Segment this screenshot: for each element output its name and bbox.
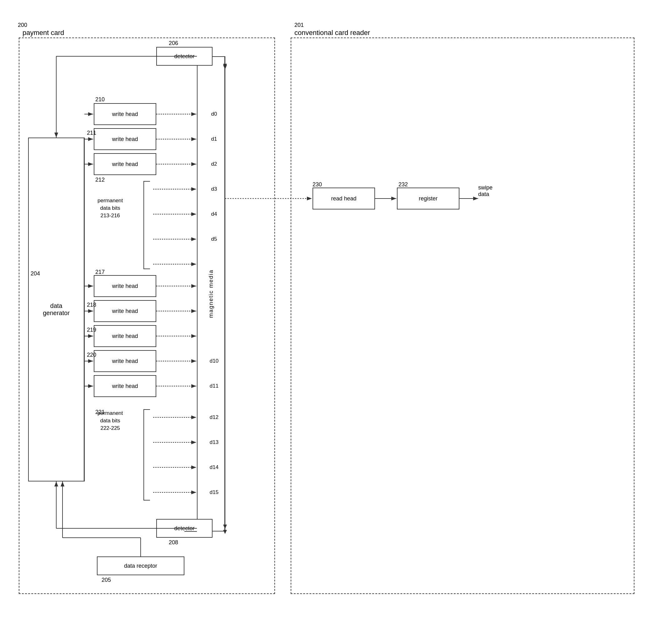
- data-bit-d7: [205, 275, 223, 297]
- read-head-box: read head: [312, 188, 375, 209]
- data-bit-d14: d14: [205, 456, 223, 478]
- ref-200: 200: [18, 22, 27, 28]
- bottom-detector-box: detector: [156, 519, 213, 538]
- write-head-0: write head: [94, 103, 156, 125]
- data-bit-d8: [205, 300, 223, 322]
- write-head-11: write head: [94, 375, 156, 397]
- write-head-2-label: write head: [112, 161, 138, 167]
- diagram-container: payment card 200 conventional card reade…: [13, 19, 650, 631]
- data-receptor-box: data receptor: [97, 556, 184, 575]
- data-receptor-label: data receptor: [124, 563, 157, 569]
- data-bit-d13: d13: [205, 431, 223, 453]
- data-bit-d2: d2: [205, 153, 223, 175]
- write-head-9-label: write head: [112, 333, 138, 340]
- data-bit-d1: d1: [205, 128, 223, 150]
- ref-205: 205: [101, 577, 111, 583]
- ref-219: 219: [87, 327, 96, 333]
- register-label: register: [419, 196, 438, 202]
- data-bit-d11: d11: [205, 375, 223, 397]
- data-bit-d0: d0: [205, 103, 223, 125]
- bottom-detector-label: detector: [174, 525, 194, 532]
- data-bit-d9: [205, 325, 223, 347]
- data-generator-label: data generator: [43, 302, 70, 317]
- ref-206: 206: [169, 40, 178, 47]
- ref-230: 230: [312, 181, 322, 188]
- data-bit-d10: d10: [205, 350, 223, 372]
- write-head-10-label: write head: [112, 358, 138, 365]
- card-reader-label: conventional card reader: [294, 29, 370, 37]
- ref-210: 210: [95, 96, 105, 103]
- ref-211: 211: [87, 130, 96, 136]
- read-head-label: read head: [331, 196, 356, 202]
- write-head-8-label: write head: [112, 308, 138, 315]
- ref-232: 232: [399, 181, 408, 188]
- ref-204: 204: [31, 270, 40, 277]
- data-bit-d6: [205, 253, 223, 275]
- write-head-2: write head: [94, 153, 156, 175]
- ref-208: 208: [169, 539, 178, 546]
- ref-220: 220: [87, 352, 96, 358]
- payment-card-label: payment card: [23, 29, 64, 37]
- write-head-11-label: write head: [112, 383, 138, 390]
- data-bit-d5: d5: [205, 228, 223, 250]
- data-bit-d15: d15: [205, 481, 223, 503]
- card-reader-box: conventional card reader 201: [291, 38, 634, 594]
- data-bit-d3: d3: [205, 178, 223, 200]
- top-detector-label: detector: [174, 53, 194, 60]
- write-head-7-label: write head: [112, 283, 138, 290]
- perm-data-1-label: permanent data bits 213-216: [97, 197, 123, 219]
- ref-201: 201: [294, 22, 304, 28]
- write-head-10: write head: [94, 350, 156, 372]
- ref-221: 221: [95, 409, 105, 415]
- data-bit-d4: d4: [205, 203, 223, 225]
- data-generator-box: data generator: [28, 138, 85, 481]
- top-detector-box: detector: [156, 47, 213, 66]
- write-head-1-label: write head: [112, 136, 138, 142]
- write-head-9: write head: [94, 325, 156, 347]
- register-box: register: [397, 188, 459, 209]
- write-head-8: write head: [94, 300, 156, 322]
- write-head-7: write head: [94, 275, 156, 297]
- write-head-0-label: write head: [112, 111, 138, 118]
- data-bit-d12: d12: [205, 407, 223, 428]
- swipe-data-label: swipe data: [478, 184, 493, 198]
- ref-218: 218: [87, 302, 96, 308]
- write-head-1: write head: [94, 128, 156, 150]
- ref-212: 212: [95, 177, 105, 183]
- ref-217: 217: [95, 269, 105, 275]
